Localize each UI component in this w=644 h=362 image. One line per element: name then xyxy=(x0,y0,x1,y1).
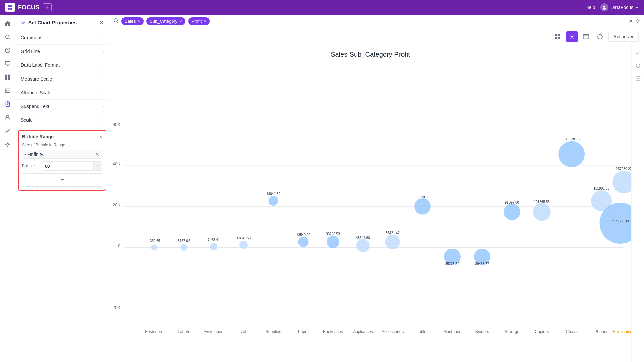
svg-point-5 xyxy=(603,8,606,10)
svg-text:56421.47: 56421.47 xyxy=(386,231,400,235)
bubble-size-row: Bubble ... + xyxy=(22,161,102,171)
properties-panel: ⚙ Set Chart Properties ✕ Commons › Grid … xyxy=(15,15,109,362)
svg-text:?: ? xyxy=(637,77,639,81)
svg-point-71 xyxy=(558,141,585,167)
scale-arrow-icon: › xyxy=(102,118,104,122)
actions-chevron-icon: ∨ xyxy=(630,34,634,39)
user-avatar xyxy=(600,3,608,11)
svg-text:257177.09: 257177.09 xyxy=(611,219,629,223)
filter-tag-subcat-close[interactable]: × xyxy=(179,19,182,24)
menu-item-datalabel[interactable]: Data Label Format › xyxy=(15,58,109,72)
chart-analytics-button[interactable] xyxy=(594,31,606,42)
sidebar-item-home[interactable] xyxy=(2,17,14,30)
sidebar-item-clipboard[interactable] xyxy=(2,98,14,110)
svg-point-23 xyxy=(7,143,8,145)
chart-refresh-button[interactable] xyxy=(633,61,643,71)
svg-text:7468.41: 7468.41 xyxy=(208,238,220,242)
svg-point-55 xyxy=(327,236,339,248)
add-range-button[interactable]: + xyxy=(22,173,102,187)
svg-text:151982.53: 151982.53 xyxy=(593,187,609,190)
range-dash: - xyxy=(25,152,27,157)
sidebar-item-user[interactable] xyxy=(2,111,14,123)
chart-title: Sales Sub_Category Profit xyxy=(109,45,631,61)
chart-table-button[interactable] xyxy=(580,31,592,42)
panel-header: ⚙ Set Chart Properties ✕ xyxy=(15,15,109,31)
sidebar-item-analytics[interactable] xyxy=(2,125,14,137)
menu-item-measurescale[interactable]: Measure Scale › xyxy=(15,72,109,86)
datalabel-label: Data Label Format xyxy=(21,62,60,68)
sidebar-item-inbox[interactable] xyxy=(2,85,14,97)
chart-line-view-button[interactable] xyxy=(633,48,643,58)
menu-item-commons[interactable]: Commons › xyxy=(15,31,109,45)
svg-point-30 xyxy=(571,36,573,37)
chart-container: Sales Sub_Category Profit 60K 40K 20K 0 … xyxy=(109,45,644,362)
menu-item-attributescale[interactable]: Attribute Scale › xyxy=(15,86,109,100)
panel-close-button[interactable]: ✕ xyxy=(99,19,104,26)
x-label-storage: Storage xyxy=(505,329,519,334)
menu-item-gridline[interactable]: Grid Line › xyxy=(15,45,109,58)
filter-tag-sales-close[interactable]: × xyxy=(138,19,141,24)
svg-rect-28 xyxy=(555,37,557,39)
svg-point-43 xyxy=(151,244,157,250)
range-value: -Infinity xyxy=(28,152,94,157)
svg-text:5737.62: 5737.62 xyxy=(178,239,190,243)
actions-dropdown-button[interactable]: Actions ∨ xyxy=(608,32,639,42)
bubble-size-input[interactable] xyxy=(42,162,93,170)
bubble-range-subtitle: Size of Bubble in Range xyxy=(22,143,102,147)
user-menu[interactable]: DataFocus ▼ xyxy=(600,3,639,11)
svg-point-59 xyxy=(385,234,400,249)
y-label-60k: 60K xyxy=(113,122,121,127)
x-label-machines: Machines xyxy=(443,329,461,334)
topbar-right: Help DataFocus ▼ xyxy=(586,3,639,11)
filter-tag-subcategory[interactable]: Sub_Category × xyxy=(146,17,185,25)
svg-rect-1 xyxy=(10,5,12,7)
attributescale-arrow-icon: › xyxy=(102,90,104,95)
filter-tag-profit-close[interactable]: × xyxy=(204,19,206,24)
y-label-20k: 20K xyxy=(113,202,121,207)
y-label-40k: 40K xyxy=(113,161,121,166)
filter-tag-sales[interactable]: Sales × xyxy=(121,17,144,25)
svg-text:48844.60: 48844.60 xyxy=(356,236,370,240)
add-tab-button[interactable]: + xyxy=(43,3,52,11)
chart-view-button[interactable] xyxy=(552,31,564,42)
bubble-size-increment-button[interactable]: + xyxy=(93,162,102,170)
x-label-labels: Labels xyxy=(178,329,190,334)
chart-help-button[interactable]: ? xyxy=(633,73,643,84)
x-label-bookcases: Bookcases xyxy=(323,329,343,334)
sidebar-item-search[interactable] xyxy=(2,31,14,43)
help-link[interactable]: Help xyxy=(586,5,595,10)
svg-rect-26 xyxy=(555,34,557,36)
menu-item-suspendtext[interactable]: Suspend Text › xyxy=(15,100,109,113)
sidebar-item-grid[interactable] xyxy=(2,71,14,83)
svg-text:38288.53: 38288.53 xyxy=(326,232,340,236)
bubble-range-section: Bubble Range ∧ Size of Bubble in Range -… xyxy=(18,130,106,191)
scale-label: Scale xyxy=(21,117,33,123)
svg-rect-14 xyxy=(8,75,10,77)
filter-tag-subcat-label: Sub_Category xyxy=(150,19,177,24)
svg-point-45 xyxy=(180,244,187,251)
filter-expand-button[interactable]: ⟳ xyxy=(636,18,640,24)
chart-settings-button[interactable] xyxy=(566,31,578,42)
filter-tag-profit[interactable]: Profit × xyxy=(188,17,210,25)
suspendtext-arrow-icon: › xyxy=(102,104,104,109)
svg-point-6 xyxy=(5,35,9,39)
logo-icon xyxy=(5,3,15,12)
panel-header-left: ⚙ Set Chart Properties xyxy=(21,19,77,26)
svg-point-61 xyxy=(414,198,431,215)
x-label-appliances: Appliances xyxy=(353,329,373,334)
x-label-binders: Binders xyxy=(475,329,489,334)
filter-clear-button[interactable]: ✕ xyxy=(629,18,633,24)
bubble-range-chevron-icon[interactable]: ∧ xyxy=(99,134,102,139)
sidebar-item-monitor[interactable] xyxy=(2,58,14,70)
svg-text:91097.80: 91097.80 xyxy=(505,201,519,204)
svg-point-69 xyxy=(533,203,551,221)
range-row-close-button[interactable]: ✕ xyxy=(95,152,99,157)
search-icon[interactable] xyxy=(113,18,119,25)
measurescale-arrow-icon: › xyxy=(102,76,104,81)
menu-item-scale[interactable]: Scale › xyxy=(15,113,109,127)
sidebar-item-question[interactable]: ? xyxy=(2,44,14,56)
gridline-arrow-icon: › xyxy=(102,49,104,54)
y-label-20k-neg: -20K xyxy=(111,305,120,310)
sidebar-item-settings[interactable] xyxy=(2,138,14,150)
x-label-copiers: Copiers xyxy=(535,329,549,334)
